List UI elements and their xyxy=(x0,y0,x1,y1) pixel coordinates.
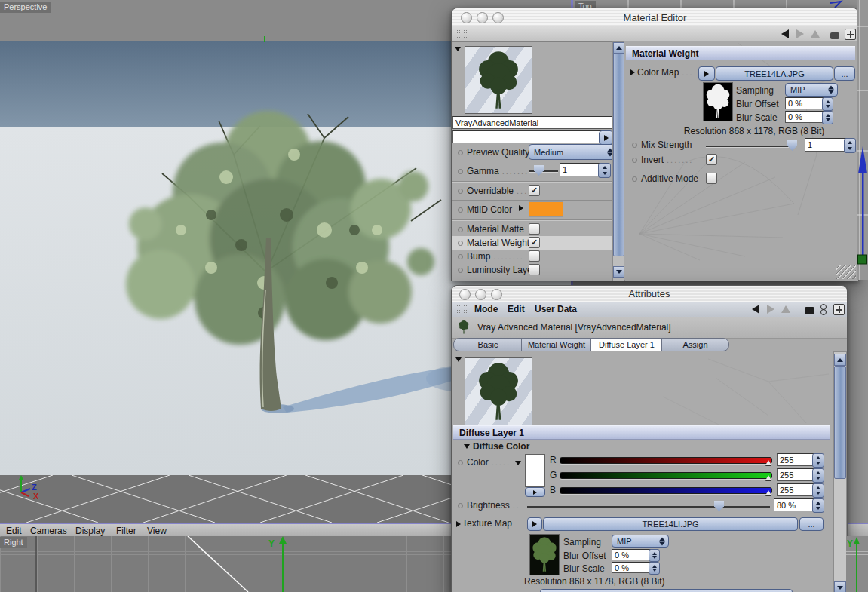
channel-g-stepper[interactable] xyxy=(812,468,824,483)
menu-edit[interactable]: Edit xyxy=(508,304,525,314)
color-map-thumbnail[interactable] xyxy=(703,82,733,121)
color-dropdown-icon[interactable] xyxy=(515,461,521,465)
menu-filter[interactable]: Filter xyxy=(116,526,136,536)
history-back-icon[interactable] xyxy=(752,305,759,314)
bump-checkbox[interactable] xyxy=(529,250,540,262)
history-forward-icon[interactable] xyxy=(767,305,774,314)
blur-scale-stepper[interactable] xyxy=(822,111,833,124)
menu-display[interactable]: Display xyxy=(75,526,105,536)
channel-b-field[interactable]: 255 xyxy=(777,483,815,496)
blur-scale-field[interactable]: 0 % xyxy=(612,562,652,573)
attributes-scrollbar[interactable] xyxy=(833,351,847,592)
blur-scale-field[interactable]: 0 % xyxy=(785,111,826,123)
link-icon[interactable] xyxy=(820,304,827,314)
menu-user-data[interactable]: User Data xyxy=(535,304,577,314)
tab-basic[interactable]: Basic xyxy=(453,338,523,351)
mix-strength-stepper[interactable] xyxy=(844,138,856,153)
mtlid-color-swatch[interactable] xyxy=(529,201,563,217)
channel-g-slider[interactable] xyxy=(560,472,772,479)
new-panel-icon[interactable] xyxy=(833,304,845,315)
next-map-file-button[interactable] xyxy=(540,589,793,592)
blur-offset-stepper[interactable] xyxy=(822,97,833,111)
scroll-up-button[interactable] xyxy=(613,42,624,54)
color-expand-button[interactable] xyxy=(525,487,545,497)
history-forward-icon[interactable] xyxy=(796,29,804,38)
menu-edit[interactable]: Edit xyxy=(6,526,22,536)
material-preview-thumbnail[interactable] xyxy=(465,46,532,114)
material-search-field[interactable] xyxy=(452,130,602,143)
channel-r-stepper[interactable] xyxy=(812,453,824,468)
additive-mode-checkbox[interactable] xyxy=(706,173,717,184)
history-up-icon[interactable] xyxy=(811,30,820,38)
blur-offset-field[interactable]: 0 % xyxy=(612,549,652,560)
color-map-expand-icon[interactable] xyxy=(630,69,635,75)
luminosity-layer-checkbox[interactable] xyxy=(529,264,540,275)
invert-checkbox[interactable]: ✓ xyxy=(706,154,717,165)
window-resize-grip[interactable] xyxy=(836,265,856,279)
keyframe-dot xyxy=(458,169,463,174)
scrollbar-thumb[interactable] xyxy=(613,53,624,256)
blur-offset-field[interactable]: 0 % xyxy=(785,97,826,109)
preview-quality-dropdown[interactable]: Medium xyxy=(529,144,617,160)
material-weight-checkbox[interactable]: ✓ xyxy=(529,237,540,248)
scroll-down-button[interactable] xyxy=(613,266,624,278)
window-title: Material Editor xyxy=(452,8,858,26)
menu-mode[interactable]: Mode xyxy=(474,304,498,314)
scroll-down-button[interactable] xyxy=(834,581,846,592)
brightness-field[interactable]: 80 % xyxy=(774,498,815,511)
material-name-field[interactable]: VrayAdvancedMaterial xyxy=(452,116,614,129)
blur-scale-stepper[interactable] xyxy=(649,562,660,575)
mtlid-expand-icon[interactable] xyxy=(519,205,523,211)
color-map-file-button[interactable]: TREE14LA.JPG xyxy=(716,66,833,81)
material-search-popup-button[interactable] xyxy=(599,130,613,145)
texture-map-expand-icon[interactable] xyxy=(456,521,461,527)
channel-b-slider[interactable] xyxy=(560,487,772,494)
texture-map-browse-button[interactable]: ... xyxy=(799,517,824,531)
scroll-up-button[interactable] xyxy=(834,354,846,366)
brightness-slider-track[interactable] xyxy=(527,506,770,508)
brightness-slider-thumb[interactable] xyxy=(714,501,724,511)
material-matte-checkbox[interactable] xyxy=(529,223,540,235)
menu-view[interactable]: View xyxy=(147,526,167,536)
collapse-arrow-icon[interactable] xyxy=(455,357,462,362)
material-list-scrollbar[interactable] xyxy=(612,41,625,281)
lock-open-icon[interactable] xyxy=(830,32,839,39)
mix-strength-slider-track[interactable] xyxy=(706,146,789,147)
menu-cameras[interactable]: Cameras xyxy=(30,526,67,536)
new-panel-icon[interactable] xyxy=(845,29,856,40)
gamma-slider-thumb[interactable] xyxy=(534,165,544,176)
diffuse-color-collapse-icon[interactable] xyxy=(464,444,470,449)
channel-r-field[interactable]: 255 xyxy=(777,453,815,466)
collapse-arrow-icon[interactable] xyxy=(455,47,461,51)
gamma-stepper[interactable] xyxy=(598,163,611,178)
texture-map-file-button[interactable]: TREE14LI.JPG xyxy=(543,517,798,531)
panel-grip-icon[interactable] xyxy=(456,305,468,314)
channel-g-field[interactable]: 255 xyxy=(777,468,815,481)
panel-grip-icon[interactable] xyxy=(456,29,468,38)
gamma-slider-track[interactable] xyxy=(529,170,558,172)
tab-material-weight[interactable]: Material Weight xyxy=(521,338,592,351)
sampling-dropdown[interactable]: MIP xyxy=(785,83,838,97)
attributes-titlebar[interactable]: Attributes xyxy=(452,286,847,302)
lock-closed-icon[interactable] xyxy=(805,307,814,314)
history-back-icon[interactable] xyxy=(781,29,789,38)
brightness-stepper[interactable] xyxy=(812,498,824,513)
layer-preview-thumbnail[interactable] xyxy=(465,357,532,425)
material-editor-titlebar[interactable]: Material Editor xyxy=(452,8,858,27)
tab-assign[interactable]: Assign xyxy=(661,338,729,351)
gamma-value-field[interactable]: 1 xyxy=(560,163,602,176)
channel-b-stepper[interactable] xyxy=(812,483,824,498)
color-swatch[interactable] xyxy=(525,454,545,487)
overridable-checkbox[interactable]: ✓ xyxy=(529,185,540,196)
color-map-browse-button[interactable]: ... xyxy=(834,66,855,81)
channel-r-slider[interactable] xyxy=(560,457,772,464)
mix-strength-field[interactable]: 1 xyxy=(805,138,847,152)
texture-map-shader-button[interactable] xyxy=(527,517,542,531)
history-up-icon[interactable] xyxy=(781,305,790,313)
scrollbar-thumb[interactable] xyxy=(834,366,846,479)
texture-map-thumbnail[interactable] xyxy=(529,534,560,575)
tab-diffuse-layer-1[interactable]: Diffuse Layer 1 xyxy=(590,338,663,351)
blur-offset-stepper[interactable] xyxy=(649,549,660,562)
sampling-dropdown[interactable]: MIP xyxy=(612,535,669,548)
color-map-shader-button[interactable] xyxy=(698,66,715,81)
